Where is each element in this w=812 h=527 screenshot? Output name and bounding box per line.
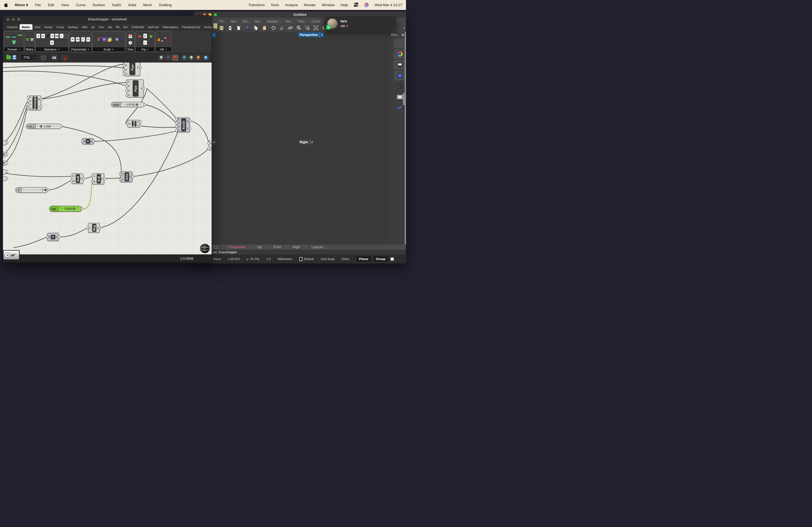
input-nub[interactable] [27, 107, 29, 110]
similarity-icon[interactable] [64, 33, 68, 39]
larger-than-icon[interactable]: > [50, 33, 54, 39]
undo-icon[interactable] [271, 25, 276, 31]
menu-rhino-8[interactable]: Rhino 8 [15, 3, 28, 7]
component-partial-right[interactable]: GT [209, 140, 212, 151]
grasshopper-canvas[interactable]: RectanglePXYRRLPipeCREFrPPipeCREFrPAreaG… [3, 62, 212, 254]
domain-divide-icon[interactable]: 0 1 [18, 35, 22, 37]
preview-eye-button[interactable] [51, 55, 57, 61]
tab-vector[interactable]: Vector [43, 25, 54, 30]
power-of-2-icon[interactable]: 2A [86, 37, 90, 42]
addition-icon[interactable]: + [36, 33, 40, 39]
rhino-menu-tran[interactable]: Tran... [298, 19, 307, 23]
input-nub[interactable] [91, 175, 93, 177]
input-nub[interactable] [175, 118, 177, 121]
output-nub[interactable] [6, 170, 8, 173]
palette-label-polynomials[interactable]: Polynomials▼ [70, 47, 91, 51]
zoom-extents-icon[interactable] [313, 25, 319, 31]
palette-label-matrix[interactable]: Matrix [25, 47, 34, 51]
output-nub[interactable] [60, 125, 62, 128]
slider-partial[interactable] [3, 169, 7, 174]
viewport-label-top-left[interactable]: ▾ [212, 32, 216, 37]
view-tab-front[interactable]: Front [268, 245, 286, 249]
status-checkbox[interactable] [390, 257, 394, 261]
output-nub[interactable] [139, 66, 142, 69]
multiplication-icon[interactable]: × [41, 33, 45, 39]
display-icon[interactable] [394, 49, 406, 59]
chevron-down-icon[interactable]: ▾ [310, 139, 314, 145]
expression-tool-button[interactable]: -x [5, 253, 10, 257]
canvas-compass-icon[interactable] [200, 243, 210, 254]
tab-surface[interactable]: Surface [66, 25, 80, 30]
matrix-display-icon[interactable] [30, 37, 34, 41]
output-nub[interactable] [139, 120, 142, 123]
output-nub[interactable] [103, 177, 105, 180]
slider-partial[interactable]: 00 [3, 161, 7, 166]
gem-orange-icon[interactable] [195, 55, 202, 61]
python-icon[interactable]: Py [107, 37, 112, 42]
input-nub[interactable] [46, 235, 48, 238]
component-apb[interactable]: A+BABR [92, 174, 104, 184]
division-icon[interactable]: A/B [55, 33, 59, 39]
chevron-down-icon[interactable]: ▾ [320, 32, 324, 37]
preview-wireframe-icon[interactable] [165, 55, 172, 61]
domain-bounds-icon[interactable]: 0 1 [6, 35, 10, 37]
input-nub[interactable] [175, 129, 177, 132]
command-line[interactable]: nd: Grasshopper [195, 250, 406, 254]
output-nub[interactable] [6, 177, 8, 180]
menu-view[interactable]: View [61, 3, 69, 7]
zoom-window-icon[interactable] [305, 25, 310, 31]
menu-analyze[interactable]: Analyze [285, 3, 298, 7]
rhino-menu-cpl[interactable]: CPl... [218, 19, 226, 23]
zoom-dropdown[interactable]: 77% ▾ [20, 55, 37, 61]
tab-human[interactable]: Human [202, 25, 212, 30]
input-nub[interactable] [122, 62, 125, 63]
matrix-construct-icon[interactable] [26, 37, 29, 41]
arc-green-icon[interactable] [148, 33, 153, 39]
menu-mesh[interactable]: Mesh [143, 3, 152, 7]
output-nub[interactable] [189, 127, 191, 130]
status-toggle-planar[interactable]: Planar [356, 256, 371, 261]
save-file-icon[interactable] [12, 55, 17, 60]
viewport-label-perspective[interactable]: Perspective ▾ [298, 32, 324, 37]
tab-dis[interactable]: Dis [106, 25, 114, 30]
print-icon[interactable] [228, 25, 233, 31]
menubar-clock[interactable]: Wed Mar 4 13:17 [375, 3, 402, 7]
domain-consolidate-icon[interactable] [12, 41, 16, 44]
layer-color-swatch[interactable] [300, 257, 302, 261]
tab-heteroptera[interactable]: Heteroptera [161, 25, 180, 30]
input-nub[interactable] [70, 180, 73, 182]
viewport-grid-icon[interactable] [214, 246, 217, 249]
clamp-icon[interactable]: Cx [167, 37, 171, 42]
slider-knob[interactable] [3, 162, 4, 164]
help-icon[interactable]: ? [394, 71, 406, 80]
input-nub[interactable] [27, 100, 29, 103]
input-nub[interactable] [87, 226, 89, 229]
output-nub[interactable] [189, 120, 191, 123]
slider-knob[interactable] [3, 153, 4, 155]
tab-maths[interactable]: Maths [19, 24, 32, 30]
menu-window[interactable]: Window [322, 3, 335, 7]
expression-variable-icon[interactable]: x² [112, 37, 114, 42]
rhino-menu-visi[interactable]: Visi... [286, 19, 293, 23]
output-nub[interactable] [139, 124, 142, 127]
camera-icon[interactable] [394, 81, 406, 91]
gear-icon[interactable]: ⚙ [401, 33, 404, 37]
zoom-selection-button[interactable] [40, 55, 47, 61]
tab-ka²[interactable]: Ka² [122, 25, 130, 30]
menu-transform[interactable]: Transform [248, 3, 265, 7]
component-amp[interactable]: AmpVAV [120, 171, 132, 182]
rhino-menu-curve[interactable]: Curve... [311, 19, 323, 23]
input-nub[interactable] [207, 147, 210, 150]
radians-icon[interactable]: rc [143, 40, 147, 45]
slider-two[interactable]: 22 [16, 187, 48, 193]
output-nub[interactable] [81, 207, 83, 210]
view-tab-layouts[interactable]: Layouts... [306, 245, 331, 249]
input-nub[interactable] [27, 96, 29, 99]
input-nub[interactable] [126, 94, 128, 96]
slider-knob[interactable] [136, 104, 138, 106]
input-nub[interactable] [91, 180, 93, 183]
slider-track[interactable]: 1.200 [36, 124, 61, 129]
tab-msh[interactable]: Msh [80, 25, 89, 30]
view-tab-top[interactable]: Top [251, 245, 267, 249]
arc-red-icon[interactable] [137, 33, 142, 39]
